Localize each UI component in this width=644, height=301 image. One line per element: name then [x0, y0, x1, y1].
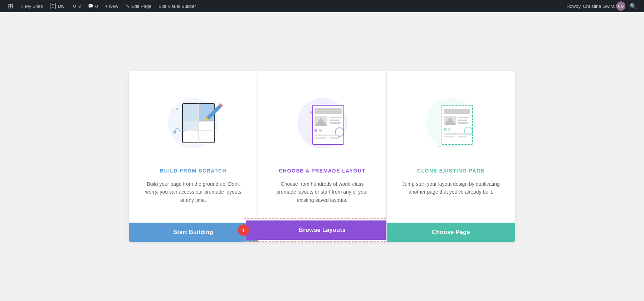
- choose-page-button[interactable]: Choose Page: [387, 223, 515, 242]
- wp-logo-button[interactable]: ⊞: [4, 0, 17, 12]
- svg-rect-35: [330, 135, 342, 136]
- divi-icon: D: [50, 3, 56, 9]
- card-scratch: ◄ ◆ × ◇: [129, 71, 258, 242]
- svg-rect-48: [458, 120, 467, 121]
- search-icon[interactable]: 🔍: [627, 3, 640, 10]
- svg-rect-55: [458, 133, 470, 135]
- pencil-icon: ✎: [126, 4, 130, 9]
- edit-page-label: Edit Page: [131, 4, 151, 9]
- clone-footer: Choose Page: [387, 223, 515, 242]
- card-clone: ► — ○: [386, 71, 515, 242]
- svg-rect-50: [444, 128, 447, 131]
- svg-rect-13: [183, 122, 198, 130]
- svg-rect-49: [458, 122, 468, 124]
- svg-rect-44: [444, 109, 470, 114]
- svg-rect-47: [458, 117, 469, 118]
- svg-rect-36: [330, 137, 340, 139]
- svg-rect-53: [444, 133, 458, 135]
- svg-text:◄: ◄: [171, 128, 177, 135]
- svg-rect-54: [444, 136, 455, 137]
- scratch-illustration: ◄ ◆ × ◇: [157, 86, 229, 157]
- new-label: + New: [105, 4, 118, 9]
- svg-rect-28: [330, 120, 340, 121]
- my-sites-label: My Sites: [25, 4, 43, 9]
- layout-illustration: ▲ × —: [287, 86, 358, 157]
- browse-layouts-badge: 1: [238, 224, 249, 236]
- exit-visual-builder-button[interactable]: Exit Visual Builder: [155, 0, 200, 12]
- svg-rect-34: [314, 137, 326, 139]
- home-icon: ⌂: [20, 4, 23, 9]
- premade-title: CHOOSE A PREMADE LAYOUT: [279, 168, 365, 174]
- wp-logo-icon: ⊞: [8, 2, 13, 10]
- updates-count: 2: [78, 4, 81, 9]
- svg-rect-51: [448, 128, 450, 131]
- clone-illustration: ► — ○: [415, 86, 487, 157]
- updates-icon: ↺: [73, 4, 77, 9]
- svg-rect-29: [330, 122, 341, 124]
- cards-container: ◄ ◆ × ◇: [118, 71, 526, 242]
- admin-bar-right: Howdy, Christina Gwira CG 🔍: [566, 1, 640, 11]
- divi-label: Divi: [58, 4, 65, 9]
- svg-rect-31: [319, 129, 322, 132]
- card-premade: ▲ × —: [258, 71, 386, 242]
- svg-rect-24: [314, 108, 342, 114]
- scratch-title: BUILD FROM SCRATCH: [160, 168, 226, 174]
- svg-text:—: —: [438, 144, 441, 148]
- browse-layouts-button[interactable]: Browse Layouts: [246, 220, 399, 240]
- clone-desc: Jump start your layout design by duplica…: [401, 180, 501, 208]
- user-greeting: Howdy, Christina Gwira: [566, 4, 615, 9]
- svg-rect-27: [330, 117, 342, 118]
- svg-rect-11: [183, 104, 198, 121]
- clone-title: CLONE EXISTING PAGE: [417, 168, 485, 174]
- browse-layouts-wrapper: 1 Browse Layouts: [244, 218, 401, 242]
- comments-icon: 💬: [88, 4, 93, 9]
- edit-page-button[interactable]: ✎ Edit Page: [122, 0, 155, 12]
- scratch-desc: Build your page from the ground up. Don'…: [143, 180, 243, 208]
- my-sites-button[interactable]: ⌂ My Sites: [17, 0, 47, 12]
- svg-text:×: ×: [171, 108, 174, 113]
- browse-layouts-outer: 1 Browse Layouts: [244, 218, 401, 242]
- comments-count: 0: [95, 4, 98, 9]
- exit-builder-label: Exit Visual Builder: [158, 4, 196, 9]
- premade-footer: 1 Browse Layouts: [258, 218, 386, 242]
- page-wrapper: ◄ ◆ × ◇: [0, 12, 644, 301]
- svg-rect-56: [458, 136, 467, 137]
- new-button[interactable]: + New: [102, 0, 122, 12]
- svg-point-1: [176, 108, 178, 110]
- svg-rect-30: [314, 129, 317, 132]
- premade-desc: Choose from hundreds of world-class prem…: [272, 180, 372, 204]
- admin-bar: ⊞ ⌂ My Sites D Divi ↺ 2 💬 0 + New ✎ Edit…: [0, 0, 644, 12]
- comments-button[interactable]: 💬 0: [84, 0, 101, 12]
- divi-button[interactable]: D Divi: [47, 0, 69, 12]
- avatar: CG: [616, 1, 625, 11]
- svg-rect-33: [314, 135, 329, 136]
- svg-text:×: ×: [309, 137, 312, 141]
- updates-button[interactable]: ↺ 2: [69, 0, 84, 12]
